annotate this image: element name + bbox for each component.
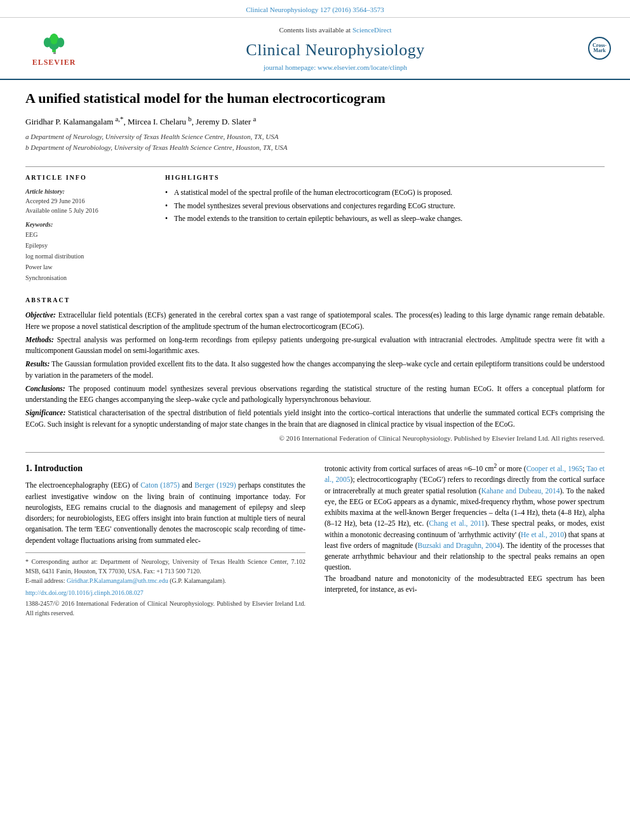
article-title: A unified statistical model for the huma… [25, 90, 605, 108]
affil-a2-sup: a [253, 115, 256, 123]
abstract-methods: Methods: Spectral analysis was performed… [25, 335, 605, 357]
abstract-title: ABSTRACT [25, 296, 605, 305]
available-date: Available online 5 July 2016 [25, 206, 152, 215]
article-title-block: A unified statistical model for the huma… [25, 90, 605, 160]
journal-homepage: journal homepage: www.elsevier.com/locat… [89, 63, 582, 72]
intro-right-text-2: The broadband nature and monotonicity of… [325, 573, 605, 596]
conclusions-label: Conclusions: [25, 385, 65, 392]
accepted-date: Accepted 29 June 2016 [25, 196, 152, 206]
abstract-conclusions: Conclusions: The proposed continuum mode… [25, 383, 605, 406]
keyword-synchronisation: Synchronisation [25, 272, 152, 283]
buzsaki-link[interactable]: Buzsaki and Draguhn, 2004 [417, 542, 500, 549]
conclusions-text: The proposed continuum model synthesizes… [25, 385, 605, 403]
journal-title: Clinical Neurophysiology [89, 39, 582, 62]
objective-label: Objective: [25, 311, 56, 319]
chang-link[interactable]: Chang et al., 2011 [429, 519, 485, 527]
issn-line: 1388-2457/© 2016 International Federatio… [25, 599, 305, 618]
svg-point-2 [50, 34, 58, 44]
objective-text: Extracellular field potentials (ECFs) ge… [25, 311, 605, 330]
footnote-email: E-mail address: Giridhar.P.Kalamangalam@… [25, 576, 305, 585]
affiliations: a Department of Neurology, University of… [25, 131, 605, 152]
intro-right-text-1: trotonic activity from cortical surfaces… [325, 462, 605, 573]
intro-left-text: The electroencephalography (EEG) of Cato… [25, 480, 305, 546]
keywords-list: EEG Epilepsy log normal distribution Pow… [25, 229, 152, 283]
elsevier-tree-icon [37, 29, 72, 55]
copyright-text: © 2016 International Federation of Clini… [25, 434, 605, 443]
abstract-significance: Significance: Statistical characterisati… [25, 408, 605, 430]
abstract-objective: Objective: Extracellular field potential… [25, 310, 605, 332]
keywords-label: Keywords: [25, 220, 152, 229]
body-divider [25, 452, 605, 453]
intro-right-col: trotonic activity from cortical surfaces… [325, 462, 605, 618]
article-info: ARTICLE INFO Article history: Accepted 2… [25, 173, 152, 288]
elsevier-label: ELSEVIER [32, 57, 76, 68]
keyword-eeg: EEG [25, 229, 152, 240]
doi-link[interactable]: http://dx.doi.org/10.1016/j.clinph.2016.… [25, 588, 305, 597]
cooper-link[interactable]: Cooper et al., 1965 [526, 465, 583, 472]
svg-point-4 [57, 37, 64, 47]
berger-link[interactable]: Berger (1929) [194, 481, 236, 489]
significance-label: Significance: [25, 409, 65, 417]
footnotes: * Corresponding author at: Department of… [25, 552, 305, 618]
significance-text: Statistical characterisation of the spec… [25, 409, 605, 427]
abstract-section: ABSTRACT Objective: Extracellular field … [25, 296, 605, 443]
author-slater: Jeremy D. Slater [196, 117, 253, 126]
publisher-logo: ELSEVIER [19, 29, 89, 68]
doi-url[interactable]: http://dx.doi.org/10.1016/j.clinph.2016.… [25, 589, 144, 596]
crossmark-area: Cross- Mark [588, 37, 611, 60]
methods-text: Spectral analysis was performed on long-… [25, 336, 605, 354]
affil-b-sup: b [188, 115, 191, 123]
journal-header: ELSEVIER Contents lists available at Sci… [0, 18, 630, 80]
caton-link[interactable]: Caton (1875) [140, 481, 180, 489]
journal-reference: Clinical Neurophysiology 127 (2016) 3564… [246, 6, 384, 13]
authors: Giridhar P. Kalamangalam a,*, Mircea I. … [25, 114, 605, 128]
svg-point-3 [43, 37, 50, 47]
highlights-section: HIGHLIGHTS A statistical model of the sp… [165, 173, 605, 288]
author-kalamangalam: Giridhar P. Kalamangalam [25, 117, 116, 126]
kahane-link[interactable]: Kahane and Dubeau, 2014 [481, 487, 560, 495]
journal-header-center: Contents lists available at ScienceDirec… [89, 24, 582, 72]
article-info-highlights: ARTICLE INFO Article history: Accepted 2… [25, 173, 605, 288]
highlight-item-1: A statistical model of the spectral prof… [165, 187, 605, 197]
keyword-power-law: Power law [25, 262, 152, 272]
affiliation-a: a Department of Neurology, University of… [25, 131, 605, 142]
crossmark-label: Cross- Mark [589, 43, 610, 55]
svg-rect-5 [53, 52, 56, 54]
affiliation-b: b Department of Neurobiology, University… [25, 142, 605, 153]
top-bar: Clinical Neurophysiology 127 (2016) 3564… [0, 0, 630, 18]
abstract-results: Results: The Gaussian formulation provid… [25, 359, 605, 381]
article-header: A unified statistical model for the huma… [25, 90, 605, 160]
results-label: Results: [25, 360, 50, 368]
keyword-epilepsy: Epilepsy [25, 240, 152, 251]
history-label: Article history: [25, 187, 152, 196]
intro-left-col: 1. Introduction The electroencephalograp… [25, 462, 305, 618]
section-1-title: 1. Introduction [25, 462, 305, 475]
introduction-section: 1. Introduction The electroencephalograp… [25, 462, 605, 618]
article-history: Article history: Accepted 29 June 2016 A… [25, 187, 152, 215]
crossmark-logo: Cross- Mark [588, 37, 611, 60]
email-link[interactable]: Giridhar.P.Kalamangalam@uth.tmc.edu [67, 577, 168, 584]
affil-a-sup: a,* [116, 115, 124, 123]
keyword-log-normal: log normal distribution [25, 251, 152, 262]
highlights-list: A statistical model of the spectral prof… [165, 187, 605, 223]
article-info-title: ARTICLE INFO [25, 173, 152, 182]
methods-label: Methods: [25, 336, 54, 343]
elsevier-logo: ELSEVIER [19, 29, 89, 68]
main-content: A unified statistical model for the huma… [0, 80, 630, 624]
results-text: The Gaussian formulation provided excell… [25, 360, 605, 378]
highlights-title: HIGHLIGHTS [165, 173, 605, 182]
footnote-corresponding: * Corresponding author at: Department of… [25, 557, 305, 576]
divider-1 [25, 166, 605, 167]
he-link[interactable]: He et al., 2010 [521, 531, 564, 538]
abstract-text: Objective: Extracellular field potential… [25, 310, 605, 430]
author-chelaru: Mircea I. Chelaru [128, 117, 188, 126]
sciencedirect-text[interactable]: ScienceDirect [352, 26, 392, 34]
sciencedirect-link[interactable]: Contents lists available at ScienceDirec… [89, 24, 582, 36]
highlight-item-2: The model synthesizes several previous o… [165, 201, 605, 211]
keywords-section: Keywords: EEG Epilepsy log normal distri… [25, 220, 152, 283]
highlight-item-3: The model extends to the transition to c… [165, 213, 605, 223]
